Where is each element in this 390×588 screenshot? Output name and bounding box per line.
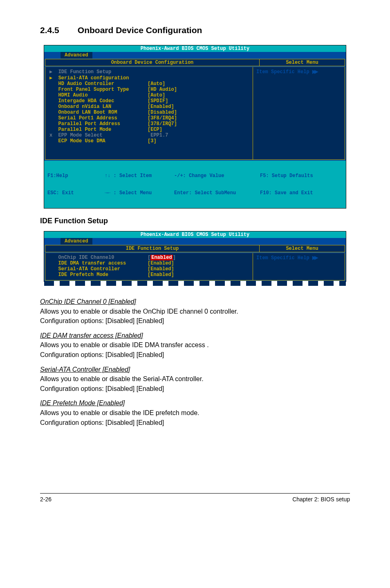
bios-help-area: Item Specific Help ▶▶ [253,67,345,160]
torn-edge-decoration [44,281,346,286]
fast-forward-icon: ▶▶ [312,69,316,74]
bios-menubar: Advanced [44,52,346,58]
description-options: Configuration options: [Disabled] [Enabl… [40,418,350,427]
bios-select-menu: Select Menu [260,59,345,66]
description-options: Configuration options: [Disabled] [Enabl… [40,384,350,393]
bios-header-row-2: IDE Function Setup Select Menu [44,244,346,253]
footer-select-menu: →← : Select Menu [105,190,174,196]
bios-row-label: ▶ Serial-ATA configuration [49,75,148,81]
footer-change-value: -/+: Change Value [174,173,260,179]
bios-row-label: HD Audio Controller [49,81,148,87]
description-title: IDE DAM transfer access [Enabled] [40,331,350,340]
bios-body-2: OnChip IDE Channel0[Enabled] IDE DMA tra… [44,253,346,281]
bios-row-value: [378/IRQ7] [148,121,177,127]
section-number: 2.4.5 [40,25,75,35]
bios-row[interactable]: ECP Mode Use DMA[3] [49,138,249,144]
bios-row-value: [Enabled] [148,272,174,278]
bios-row-value: [Enabled] [148,260,174,266]
bios-row-label: Intergade HDA Codec [49,98,148,104]
bios-row[interactable]: Front Panel Support Type[HD Audio] [49,87,249,92]
description-options: Configuration options: [Disabled] [Enabl… [40,316,350,325]
bios-main-area-2[interactable]: OnChip IDE Channel0[Enabled] IDE DMA tra… [45,253,253,281]
section-heading: 2.4.5 Onboard Device Configuration [40,25,350,35]
description-text: Allows you to enable or disable the Seri… [40,375,350,384]
bios-row-label: HDMI Audio [49,92,148,98]
description-text: Allows you to enable or disable the OnCh… [40,307,350,316]
bios-row-label: Front Panel Support Type [49,87,148,92]
bios-row-label: Serial-ATA Controller [49,266,148,272]
bios-row[interactable]: IDE Prefetch Mode[Enabled] [49,272,249,278]
bios-row-value-highlighted: Enabled [150,255,173,260]
footer-select-item: ↑↓ : Select Item [105,173,174,179]
bios-row-value: [Enabled] [148,266,174,272]
bios-footer: F1:Help ESC: Exit ↑↓ : Select Item →← : … [44,161,346,208]
bios-row[interactable]: Serial Port1 Address[3F8/IRQ4] [49,115,249,121]
bios-title: Phoenix-Award BIOS CMOS Setup Utility [44,45,346,52]
bios-row[interactable]: HD Audio Controller[Auto] [49,81,249,87]
bios-header-row: Onboard Device Configuration Select Menu [44,58,346,67]
bios-row-label: Parallel Port Address [49,121,148,127]
bios-title-2: Phoenix-Award BIOS CMOS Setup Utility [44,231,346,238]
description-title: OnChip IDE Channel 0 [Enabled] [40,297,350,306]
bios-panel-ide-function: Phoenix-Award BIOS CMOS Setup Utility Ad… [44,231,346,282]
bios-row[interactable]: Onboard nVidia LAN[Enabled] [49,104,249,110]
bios-body: ▶ IDE Function Setup▶ Serial-ATA configu… [44,67,346,161]
bios-row-value: [ECP] [148,127,162,132]
page-number: 2-26 [40,496,52,503]
bios-row[interactable]: Parallel Port Address[378/IRQ7] [49,121,249,127]
bios-row[interactable]: ▶ Serial-ATA configuration [49,75,249,81]
bios-row[interactable]: Parallel Port Mode[ECP] [49,127,249,132]
bios-row[interactable]: ▶ IDE Function Setup [49,69,249,75]
bios-row[interactable]: HDMI Audio[Auto] [49,92,249,98]
bios-row-label: IDE Prefetch Mode [49,272,148,278]
bios-panel-title-2: IDE Function Setup [45,245,260,252]
description-options: Configuration options: [Disabled] [Enabl… [40,350,350,359]
footer-exit: ESC: Exit [47,190,105,196]
item-specific-help-label-2: Item Specific Help [256,255,312,261]
bios-row-label: ECP Mode Use DMA [49,138,148,144]
bios-row-value: [Auto] [148,81,165,87]
bios-row[interactable]: Intergade HDA Codec[SPDIF] [49,98,249,104]
description-title: Serial-ATA Controller [Enabled] [40,365,350,374]
footer-save-exit: F10: Save and Exit [260,190,313,196]
description-title: IDE Prefetch Mode [Enabled] [40,399,350,408]
fast-forward-icon-2: ▶▶ [312,255,316,260]
bios-row-label: ▶ IDE Function Setup [49,69,148,75]
bios-row-label: OnChip IDE Channel0 [49,255,148,260]
bios-row[interactable]: OnChip IDE Channel0[Enabled] [49,255,249,260]
bios-menubar-2: Advanced [44,238,346,244]
bios-row-value: [Disabled] [148,110,177,115]
bios-panel-title: Onboard Device Configuration [45,59,260,66]
item-specific-help-label: Item Specific Help [256,69,312,75]
bios-tab-advanced-2[interactable]: Advanced [61,238,92,245]
bios-select-menu-2: Select Menu [260,245,345,252]
bios-row[interactable]: x EPP Mode Select EPP1.7 [49,132,249,138]
bios-tab-advanced[interactable]: Advanced [61,52,92,58]
bios-row-value: [3F8/IRQ4] [148,115,177,121]
bios-row-value: [Enabled] [148,104,174,110]
bios-panel-onboard: Phoenix-Award BIOS CMOS Setup Utility Ad… [44,45,346,209]
footer-setup-defaults: F5: Setup Defaults [260,173,313,179]
bios-row-value: [HD Audio] [148,87,177,92]
bios-row-label: Onboard LAN Boot ROM [49,110,148,115]
bios-row[interactable]: IDE DMA transfer access[Enabled] [49,260,249,266]
description-text: Allows you to enable or disable IDE DMA … [40,341,350,350]
bios-row-label: Parallel Port Mode [49,127,148,132]
bios-row-label: x EPP Mode Select [49,132,148,138]
descriptions: OnChip IDE Channel 0 [Enabled]Allows you… [40,297,350,427]
bios-row[interactable]: Onboard LAN Boot ROM[Disabled] [49,110,249,115]
page-footer: 2-26 Chapter 2: BIOS setup [40,493,350,503]
bios-row-value: [Auto] [148,92,165,98]
bios-main-area[interactable]: ▶ IDE Function Setup▶ Serial-ATA configu… [45,67,253,160]
sub-heading-ide-function: IDE Function Setup [40,217,350,225]
bios-row[interactable]: Serial-ATA Controller[Enabled] [49,266,249,272]
section-title: Onboard Device Configuration [78,25,202,35]
bios-row-value: [SPDIF] [148,98,168,104]
description-text: Allows you to enable or disable the IDE … [40,408,350,417]
chapter-label: Chapter 2: BIOS setup [292,496,350,503]
bios-row-label: IDE DMA transfer access [49,260,148,266]
bios-row-value: EPP1.7 [148,132,168,138]
bios-help-area-2: Item Specific Help ▶▶ [253,253,345,281]
footer-help: F1:Help [47,173,105,179]
bios-row-value: [3] [148,138,157,144]
